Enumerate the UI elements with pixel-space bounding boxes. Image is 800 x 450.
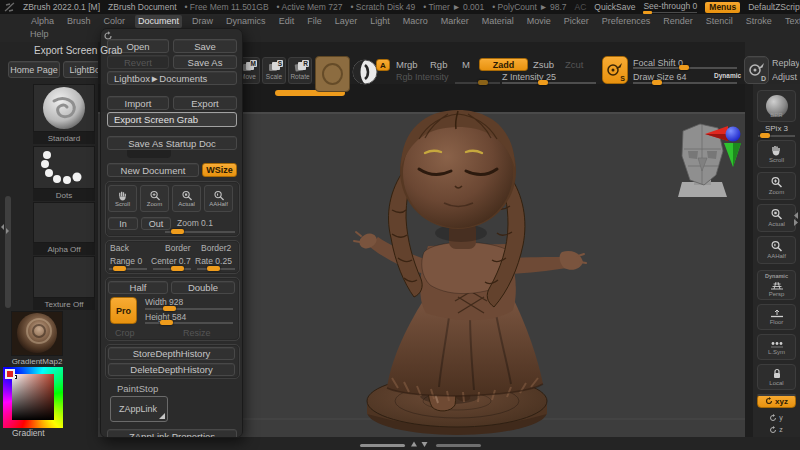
menu-marker[interactable]: Marker xyxy=(438,15,472,28)
doc-import-button[interactable]: Import xyxy=(107,96,169,110)
gyro-scale-button[interactable]: S Scale xyxy=(262,57,286,84)
color-picker-sv-area[interactable] xyxy=(12,374,54,420)
zcut-toggle[interactable]: Zcut xyxy=(565,59,583,71)
menu-draw[interactable]: Draw xyxy=(189,15,216,28)
doc-pro-toggle[interactable]: Pro xyxy=(110,297,137,324)
brush-preview-tile[interactable] xyxy=(315,56,350,92)
see-through-slider[interactable]: See-through 0 xyxy=(643,1,697,13)
bottom-handle-right[interactable] xyxy=(436,444,481,447)
scroll-canvas-button[interactable]: Scroll xyxy=(757,140,796,168)
doc-height-track[interactable] xyxy=(145,322,233,324)
doc-save-button[interactable]: Save xyxy=(173,39,237,53)
doc-revert-button[interactable]: Revert xyxy=(107,55,169,69)
menu-material[interactable]: Material xyxy=(479,15,517,28)
active-color-swatch[interactable] xyxy=(5,369,15,379)
actual-size-button[interactable]: Actual xyxy=(757,204,796,232)
color-picker-hue-area[interactable] xyxy=(3,367,63,428)
doc-half-button[interactable]: Half xyxy=(108,281,168,294)
menu-picker[interactable]: Picker xyxy=(561,15,592,28)
doc-zoom-knob[interactable] xyxy=(171,229,184,234)
doc-width-track[interactable] xyxy=(145,308,233,310)
bpr-render-button[interactable]: BPR xyxy=(757,90,796,122)
doc-rate-knob[interactable] xyxy=(207,266,220,271)
bottom-handle-left[interactable] xyxy=(360,444,405,447)
gyro-rotate-button[interactable]: R Rotate xyxy=(288,57,312,84)
zsub-toggle[interactable]: Zsub xyxy=(533,59,554,71)
adjust-button[interactable]: Adjust xyxy=(772,72,799,82)
doc-paintstop-button[interactable]: PaintStop xyxy=(117,383,158,395)
menu-movie[interactable]: Movie xyxy=(524,15,554,28)
menu-stencil[interactable]: Stencil xyxy=(703,15,736,28)
z-intensity-knob[interactable] xyxy=(538,80,548,85)
doc-zapplink-button[interactable]: ZAppLink xyxy=(110,396,168,422)
zoom-canvas-button[interactable]: Zoom xyxy=(757,172,796,200)
doc-actual-button[interactable]: Actual xyxy=(172,185,201,212)
dynamic-mode-toggle[interactable]: Dynamic xyxy=(714,72,741,79)
left-tray-handle-icon[interactable] xyxy=(0,222,10,236)
home-page-button[interactable]: Home Page xyxy=(8,61,60,78)
doc-range-knob[interactable] xyxy=(113,266,126,271)
doc-wsize-toggle[interactable]: WSize xyxy=(202,163,237,177)
doc-new-document-button[interactable]: New Document xyxy=(107,163,199,177)
doc-zoom-button[interactable]: Zoom xyxy=(140,185,169,212)
menu-color[interactable]: Color xyxy=(101,15,129,28)
left-tray-scrollbar[interactable] xyxy=(5,196,11,308)
local-pivot-button[interactable]: Local xyxy=(757,364,796,390)
doc-center-knob[interactable] xyxy=(171,266,184,271)
stroke-dots-button[interactable]: D xyxy=(744,56,769,84)
right-tray-divider[interactable] xyxy=(745,84,753,450)
doc-height-knob[interactable] xyxy=(160,320,173,325)
local-symmetry-button[interactable]: L.Sym xyxy=(757,334,796,360)
dynamic-persp-button[interactable]: Dynamic Persp xyxy=(757,270,796,300)
doc-save-as-button[interactable]: Save As xyxy=(173,55,237,69)
quicksave-button[interactable]: QuickSave xyxy=(594,2,635,12)
material-thumbnail[interactable] xyxy=(11,311,63,356)
right-tray-handle-icon[interactable] xyxy=(792,210,800,226)
doc-resize-button[interactable]: Resize xyxy=(183,327,211,339)
stroke-thumbnail[interactable] xyxy=(33,146,95,189)
doc-delete-depth-button[interactable]: DeleteDepthHistory xyxy=(108,363,235,376)
rotate-xyz-toggle[interactable]: xyz xyxy=(757,394,796,408)
menu-alpha[interactable]: Alpha xyxy=(28,15,57,28)
draw-size-track[interactable] xyxy=(633,82,737,84)
material-preview-sphere[interactable] xyxy=(352,59,378,85)
zadd-toggle[interactable]: Zadd xyxy=(479,58,528,71)
menu-dynamics[interactable]: Dynamics xyxy=(223,15,269,28)
menu-preferences[interactable]: Preferences xyxy=(599,15,654,28)
menu-file[interactable]: File xyxy=(304,15,325,28)
doc-zoom-in-button[interactable]: In xyxy=(108,217,138,230)
rgb-toggle[interactable]: Rgb xyxy=(430,59,447,71)
z-intensity-track[interactable] xyxy=(502,82,596,84)
focal-shift-knob[interactable] xyxy=(679,65,689,70)
replay-button[interactable]: Replay xyxy=(772,58,799,68)
menu-texture[interactable]: Texture xyxy=(782,15,800,28)
menu-macro[interactable]: Macro xyxy=(400,15,431,28)
menu-layer[interactable]: Layer xyxy=(332,15,361,28)
alpha-thumbnail[interactable] xyxy=(33,202,95,243)
rgb-intensity-knob[interactable] xyxy=(478,80,488,85)
mrgb-toggle[interactable]: Mrgb xyxy=(396,59,418,71)
doc-zapplink-properties-button[interactable]: ZAppLink Properties xyxy=(107,429,237,438)
draw-size-knob[interactable] xyxy=(652,80,662,85)
menu-render[interactable]: Render xyxy=(660,15,696,28)
rotate-y-toggle[interactable]: y xyxy=(762,412,790,423)
see-through-knob[interactable] xyxy=(643,11,652,14)
rotate-z-toggle[interactable]: z xyxy=(762,424,790,435)
doc-width-knob[interactable] xyxy=(163,306,176,311)
doc-zoom-out-button[interactable]: Out xyxy=(141,217,171,230)
aahalf-button[interactable]: AAHalf xyxy=(757,236,796,264)
doc-export-button[interactable]: Export xyxy=(173,96,237,110)
doc-back-button[interactable]: Back xyxy=(110,243,129,253)
doc-store-depth-button[interactable]: StoreDepthHistory xyxy=(108,347,235,360)
doc-lightbox-documents-button[interactable]: Lightbox►Documents xyxy=(107,71,237,85)
default-zscript-button[interactable]: DefaultZScript xyxy=(748,2,800,12)
doc-border-button[interactable]: Border xyxy=(165,243,191,253)
doc-aahalf-button[interactable]: AAHalf xyxy=(204,185,233,212)
menus-toggle[interactable]: Menus xyxy=(705,2,740,13)
spix-knob[interactable] xyxy=(760,133,770,138)
stroke-interpolate-button[interactable]: S xyxy=(602,56,628,84)
menu-brush[interactable]: Brush xyxy=(64,15,94,28)
auto-masking-toggle[interactable]: A xyxy=(376,59,390,71)
doc-save-as-startup-button[interactable]: Save As Startup Doc xyxy=(107,136,237,150)
doc-export-screen-grab-button[interactable]: Export Screen Grab xyxy=(107,112,237,127)
